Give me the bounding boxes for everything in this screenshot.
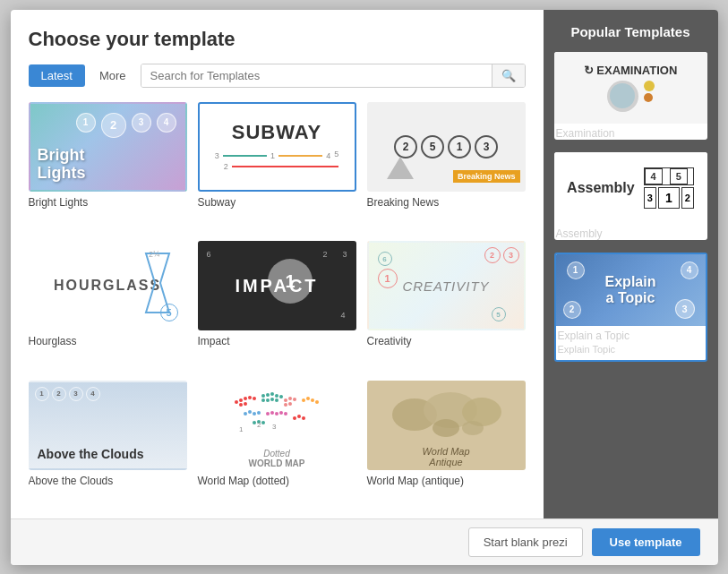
svg-point-32 [266, 412, 270, 416]
bright-lights-label: Bright Lights [29, 196, 187, 209]
popular-explain-topic[interactable]: 1 4 2 3 Explaina Topic Explain a Topic E… [554, 253, 707, 362]
main-panel: Choose your template Latest More 🔍 1 2 3… [11, 10, 544, 565]
svg-point-30 [253, 412, 256, 416]
svg-point-28 [244, 412, 247, 416]
svg-point-40 [293, 416, 296, 420]
svg-point-24 [302, 398, 305, 402]
template-world-dotted[interactable]: 1 2 3 DottedWORLD MAP World Map (dotted) [198, 381, 356, 510]
svg-point-25 [306, 397, 310, 400]
svg-point-48 [433, 419, 459, 437]
modal-title: Choose your template [29, 28, 526, 51]
breaking-news-label: Breaking News [367, 196, 526, 209]
svg-point-33 [270, 411, 274, 415]
above-clouds-label: Above the Clouds [29, 475, 187, 487]
svg-point-7 [235, 400, 238, 404]
svg-point-6 [253, 397, 256, 400]
template-breaking-news[interactable]: 2 5 1 3 Breaking News Breaking News [367, 102, 526, 231]
world-antique-map [383, 383, 509, 446]
assembly-label: Assembly [554, 224, 707, 240]
svg-point-3 [239, 398, 243, 402]
world-antique-label: World Map (antique) [367, 475, 526, 487]
svg-point-21 [293, 398, 296, 401]
svg-point-37 [253, 421, 256, 424]
explain-topic-label: Explain a Topic [556, 326, 706, 342]
svg-point-42 [302, 416, 305, 420]
template-subway[interactable]: SUBWAY 3 1 4 5 2 [198, 102, 356, 231]
subway-label: Subway [198, 196, 356, 209]
popular-examination[interactable]: ↻ EXAMINATION Examination [554, 52, 707, 140]
template-bright-lights[interactable]: 1 2 3 4 BrightLights Bright Lights [29, 102, 187, 231]
svg-point-19 [284, 398, 287, 402]
svg-point-4 [244, 397, 247, 400]
template-above-clouds[interactable]: 1 2 3 4 Above the Clouds Above the Cloud… [29, 381, 187, 510]
svg-point-20 [288, 397, 292, 400]
popular-title: Popular Templates [554, 24, 707, 39]
template-grid: 1 2 3 4 BrightLights Bright Lights SUBWA… [29, 102, 526, 518]
svg-point-11 [266, 393, 270, 397]
toolbar: Latest More 🔍 [29, 64, 526, 88]
template-world-antique[interactable]: World MapAntique World Map (antique) [367, 381, 526, 510]
svg-point-26 [311, 398, 314, 402]
use-template-button[interactable]: Use template [592, 528, 700, 556]
svg-point-12 [270, 392, 274, 396]
svg-point-23 [288, 402, 292, 406]
right-panel: Popular Templates ↻ EXAMINATION [544, 10, 718, 565]
explain-subtitle: Explain Topic [556, 342, 706, 360]
svg-text:3: 3 [272, 423, 277, 431]
svg-point-16 [266, 398, 270, 402]
impact-label: Impact [198, 335, 356, 347]
svg-point-41 [297, 415, 301, 418]
svg-text:1: 1 [239, 425, 244, 433]
svg-point-18 [275, 398, 278, 402]
search-button[interactable]: 🔍 [492, 64, 525, 87]
modal: Choose your template Latest More 🔍 1 2 3… [11, 10, 718, 565]
world-dotted-map: 1 2 3 [214, 382, 339, 445]
search-box: 🔍 [141, 64, 526, 88]
world-dotted-label: World Map (dotted) [198, 475, 356, 487]
svg-point-22 [284, 403, 287, 407]
svg-point-14 [279, 395, 283, 398]
svg-point-29 [248, 410, 252, 414]
svg-point-17 [270, 398, 274, 401]
template-creativity[interactable]: 2 3 6 1 5 CREATIVITY Creativity [367, 241, 526, 370]
svg-point-27 [315, 400, 319, 404]
svg-point-9 [244, 402, 247, 406]
svg-point-50 [462, 421, 484, 435]
svg-point-35 [279, 411, 283, 415]
latest-button[interactable]: Latest [29, 64, 85, 87]
creativity-label: Creativity [367, 335, 526, 347]
template-impact[interactable]: 6 2 3 1 IMPACT 4 Impact [198, 241, 356, 370]
svg-point-34 [275, 412, 278, 416]
svg-point-15 [261, 398, 265, 402]
popular-assembly[interactable]: Assembly 4 5 3 1 2 Assembly [554, 152, 707, 240]
footer: Start blank prezi Use template [11, 518, 718, 565]
template-hourglass[interactable]: HOURGLASS 5 2¼ Hourglass [29, 241, 187, 370]
start-blank-button[interactable]: Start blank prezi [468, 527, 583, 557]
more-button[interactable]: More [92, 64, 133, 87]
svg-point-39 [261, 421, 265, 424]
svg-point-8 [239, 403, 243, 407]
search-input[interactable] [141, 64, 492, 87]
svg-point-31 [257, 411, 261, 415]
svg-point-13 [275, 394, 278, 398]
hourglass-label: Hourglass [29, 335, 187, 347]
svg-text:2: 2 [257, 421, 261, 429]
svg-point-36 [284, 412, 287, 416]
svg-point-5 [248, 396, 252, 399]
svg-point-10 [261, 394, 265, 398]
examination-label: Examination [554, 124, 707, 140]
